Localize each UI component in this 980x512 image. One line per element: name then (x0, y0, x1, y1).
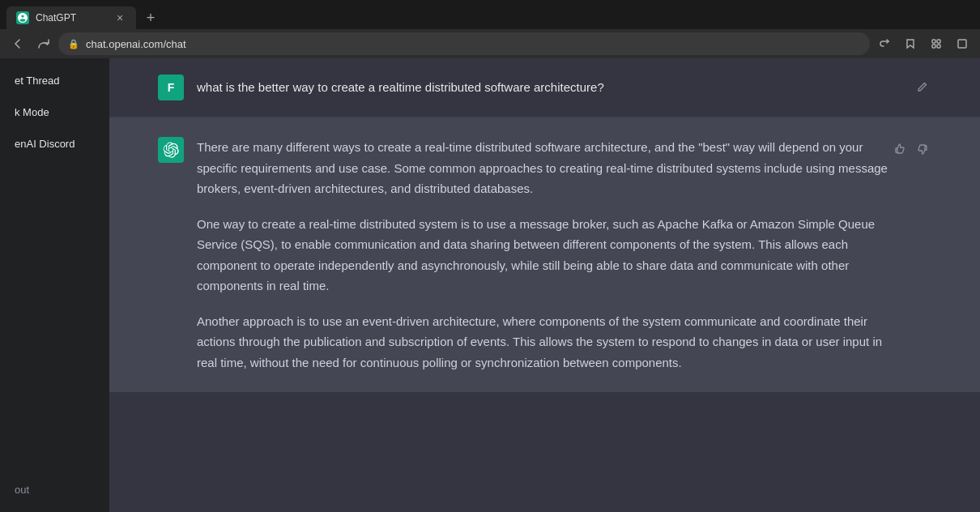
lock-icon: 🔒 (68, 39, 79, 49)
ai-message-actions (891, 137, 931, 158)
user-message-row: F what is the better way to create a rea… (109, 58, 980, 117)
svg-rect-1 (937, 40, 940, 43)
svg-rect-2 (932, 45, 935, 48)
tab-favicon (16, 11, 29, 24)
share-button[interactable] (873, 32, 896, 55)
main-content: F what is the better way to create a rea… (109, 58, 980, 512)
tab-bar: ChatGPT × + (0, 0, 980, 29)
extensions-button[interactable] (925, 32, 948, 55)
sidebar-item-dark-mode[interactable]: k Mode (5, 98, 104, 126)
app-container: et Thread k Mode enAI Discord out F what… (0, 58, 980, 512)
sidebar-item-get-thread[interactable]: et Thread (5, 66, 104, 95)
svg-rect-4 (958, 40, 966, 48)
sidebar-item-log-out[interactable]: out (5, 476, 104, 504)
svg-rect-0 (932, 40, 935, 43)
sidebar: et Thread k Mode enAI Discord out (0, 58, 109, 512)
nav-actions (873, 32, 974, 55)
ai-message-content: There are many different ways to create … (197, 137, 891, 373)
thumbs-up-button[interactable] (891, 140, 909, 158)
active-tab[interactable]: ChatGPT × (6, 6, 136, 29)
back-button[interactable] (6, 32, 29, 55)
ai-message-row: There are many different ways to create … (109, 117, 980, 392)
fullscreen-button[interactable] (951, 32, 974, 55)
message-actions (914, 75, 931, 96)
ai-avatar (158, 137, 184, 163)
nav-bar: 🔒 chat.openai.com/chat (0, 29, 980, 58)
address-url: chat.openai.com/chat (86, 38, 186, 50)
ai-paragraph-2: One way to create a real-time distribute… (197, 214, 891, 297)
svg-rect-3 (937, 45, 940, 48)
browser-chrome: ChatGPT × + 🔒 chat.openai.com/chat (0, 0, 980, 58)
sidebar-item-openai-discord[interactable]: enAI Discord (5, 130, 104, 158)
refresh-button[interactable] (32, 32, 55, 55)
user-avatar: F (158, 75, 184, 100)
bookmark-button[interactable] (899, 32, 922, 55)
edit-message-button[interactable] (914, 78, 931, 96)
tab-close-button[interactable]: × (113, 11, 126, 24)
address-bar[interactable]: 🔒 chat.openai.com/chat (58, 32, 870, 55)
tab-title: ChatGPT (36, 12, 107, 23)
new-tab-button[interactable]: + (139, 6, 162, 29)
ai-paragraph-3: Another approach is to use an event-driv… (197, 311, 891, 373)
ai-paragraph-1: There are many different ways to create … (197, 137, 891, 199)
thumbs-down-button[interactable] (914, 140, 931, 158)
user-message-text: what is the better way to create a realt… (197, 75, 914, 97)
